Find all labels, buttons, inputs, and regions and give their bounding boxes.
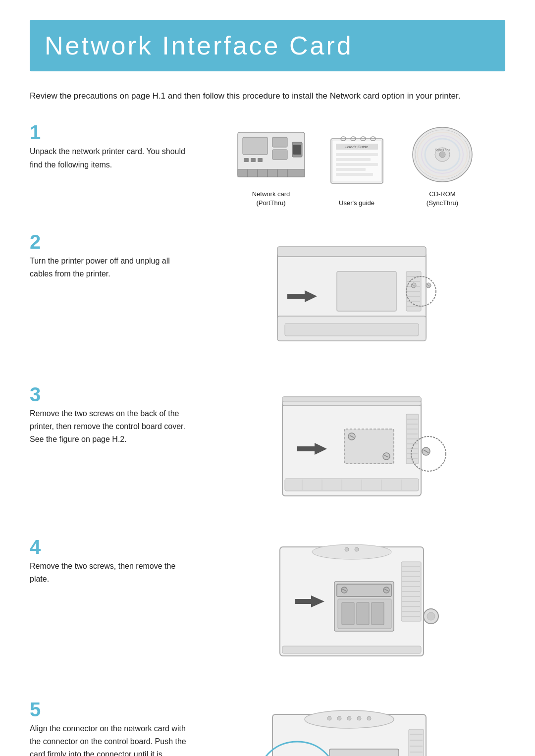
svg-rect-23	[336, 173, 373, 176]
step-4-row: 4 Remove the two screws, then remove the…	[30, 537, 505, 676]
svg-point-112	[345, 547, 349, 551]
step-2-row: 2 Turn the printer power off and unplug …	[30, 232, 505, 361]
svg-point-117	[337, 716, 341, 720]
steps-container: 1 Unpack the network printer card. You s…	[30, 122, 505, 756]
step-5-text: Align the connector on the network card …	[30, 722, 193, 756]
step-4-image	[208, 537, 505, 676]
svg-rect-54	[337, 271, 396, 311]
svg-rect-77	[285, 479, 419, 491]
printer-illustration-step5	[253, 700, 461, 756]
step-1-text: Unpack the network printer card. You sho…	[30, 145, 193, 171]
svg-point-85	[312, 544, 391, 559]
svg-rect-21	[336, 163, 378, 166]
step-5-row: 5 Align the connector on the network car…	[30, 700, 505, 756]
step-2-number: 2	[30, 232, 193, 252]
printer-illustration-step2	[258, 232, 456, 361]
step-1-row: 1 Unpack the network printer card. You s…	[30, 122, 505, 208]
step-3-number: 3	[30, 384, 193, 404]
page: Network Interface Card Review the precau…	[0, 0, 535, 756]
svg-point-31	[439, 152, 445, 158]
step-3-row: 3 Remove the two screws on the back of t…	[30, 384, 505, 513]
svg-rect-10	[244, 158, 249, 162]
step-2-left: 2 Turn the printer power off and unplug …	[30, 232, 198, 281]
svg-rect-106	[342, 602, 354, 625]
network-card-label: Network card(PortThru)	[252, 190, 290, 208]
svg-rect-2	[272, 137, 287, 147]
printer-illustration-step3	[258, 384, 456, 513]
svg-rect-19	[336, 153, 378, 156]
cdrom-illustration: SyncThru	[404, 122, 481, 187]
svg-point-119	[357, 716, 361, 720]
network-card-image-box: Network card(PortThru)	[233, 122, 310, 208]
svg-rect-1	[243, 137, 268, 155]
step-4-left: 4 Remove the two screws, then remove the…	[30, 537, 198, 586]
step-3-left: 3 Remove the two screws on the back of t…	[30, 384, 198, 446]
step-5-left: 5 Align the connector on the network car…	[30, 700, 198, 756]
cdrom-image-box: SyncThru CD-ROM(SyncThru)	[404, 122, 481, 208]
svg-rect-133	[329, 749, 399, 756]
step-1-images: Network card(PortThru) User's Guide	[208, 122, 505, 208]
title-bar: Network Interface Card	[30, 20, 505, 71]
svg-rect-11	[251, 158, 256, 162]
svg-point-113	[355, 547, 359, 551]
svg-rect-111	[282, 646, 421, 653]
step-2-text: Turn the printer power off and unplug al…	[30, 255, 193, 281]
step-1-number: 1	[30, 122, 193, 142]
step-5-image	[208, 700, 505, 756]
svg-rect-37	[277, 247, 426, 257]
svg-rect-108	[372, 602, 384, 625]
step-4-number: 4	[30, 537, 193, 557]
svg-rect-39	[285, 324, 419, 336]
svg-rect-57	[282, 397, 421, 402]
step-2-image	[208, 232, 505, 361]
step-1-left: 1 Unpack the network printer card. You s…	[30, 122, 198, 171]
step-5-number: 5	[30, 700, 193, 719]
svg-point-120	[367, 716, 371, 720]
step-4-text: Remove the two screws, then remove the p…	[30, 560, 193, 586]
svg-point-116	[327, 716, 331, 720]
svg-text:SyncThru: SyncThru	[435, 148, 450, 152]
svg-rect-12	[258, 158, 263, 162]
svg-point-110	[427, 612, 435, 620]
intro-text: Review the precautions on page H.1 and t…	[30, 89, 476, 103]
step-3-image	[208, 384, 505, 513]
svg-rect-22	[336, 168, 366, 171]
svg-rect-14	[293, 145, 301, 155]
network-card-illustration	[233, 122, 310, 187]
svg-point-118	[347, 716, 351, 720]
users-guide-image-box: User's Guide User's guide	[319, 131, 395, 208]
step-3-text: Remove the two screws on the back of the…	[30, 407, 193, 446]
svg-rect-20	[336, 158, 371, 161]
printer-illustration-step4	[258, 537, 456, 676]
users-guide-illustration: User's Guide	[319, 131, 395, 196]
users-guide-label: User's guide	[339, 199, 374, 208]
svg-rect-107	[357, 602, 369, 625]
svg-text:User's Guide: User's Guide	[345, 145, 369, 149]
svg-rect-3	[272, 150, 287, 160]
page-title: Network Interface Card	[45, 31, 490, 60]
cdrom-label: CD-ROM(SyncThru)	[427, 190, 458, 208]
